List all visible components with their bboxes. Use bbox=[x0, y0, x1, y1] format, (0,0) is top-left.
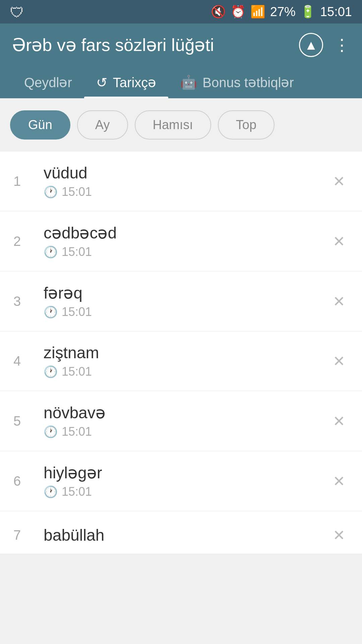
item-word: vüdud bbox=[44, 164, 329, 182]
item-timestamp: 15:01 bbox=[62, 245, 92, 259]
clock-icon: 🕐 bbox=[44, 485, 58, 498]
filter-top-button[interactable]: Top bbox=[218, 110, 275, 140]
clock-icon: 🕐 bbox=[44, 425, 58, 438]
history-list: 1 vüdud 🕐 15:01 ✕ 2 cədbəcəd 🕐 15:01 ✕ 3… bbox=[0, 152, 362, 554]
mute-icon: 🔇 bbox=[211, 5, 226, 19]
battery-percent: 27% bbox=[270, 5, 296, 19]
item-content[interactable]: vüdud 🕐 15:01 bbox=[44, 164, 329, 199]
item-timestamp: 15:01 bbox=[62, 305, 92, 319]
delete-button[interactable]: ✕ bbox=[329, 409, 349, 433]
app-bar-actions: ▲ ⋮ bbox=[299, 33, 350, 57]
tab-notes-label: Qeydlər bbox=[24, 75, 72, 90]
tab-notes[interactable]: Qeydlər bbox=[12, 67, 84, 98]
clock-icon: 🕐 bbox=[44, 365, 58, 378]
item-word: babüllah bbox=[44, 526, 329, 544]
item-number: 6 bbox=[13, 474, 34, 489]
item-content[interactable]: ziştnam 🕐 15:01 bbox=[44, 343, 329, 379]
list-item: 6 hiyləgər 🕐 15:01 ✕ bbox=[0, 451, 362, 511]
delete-button[interactable]: ✕ bbox=[329, 523, 349, 547]
item-number: 7 bbox=[13, 528, 34, 543]
item-number: 4 bbox=[13, 354, 34, 369]
item-word: növbavə bbox=[44, 403, 329, 422]
item-content[interactable]: növbavə 🕐 15:01 bbox=[44, 403, 329, 439]
clock-icon: 🕐 bbox=[44, 185, 58, 199]
item-content[interactable]: fərəq 🕐 15:01 bbox=[44, 283, 329, 319]
clock-icon: 🕐 bbox=[44, 245, 58, 259]
item-word: fərəq bbox=[44, 283, 329, 302]
item-number: 3 bbox=[13, 294, 34, 309]
item-timestamp: 15:01 bbox=[62, 425, 92, 439]
delete-button[interactable]: ✕ bbox=[329, 169, 349, 193]
filter-gun-label: Gün bbox=[28, 118, 52, 132]
filter-gun-button[interactable]: Gün bbox=[10, 110, 70, 140]
tab-history-label: Tarixçə bbox=[113, 75, 156, 90]
item-content[interactable]: cədbəcəd 🕐 15:01 bbox=[44, 223, 329, 259]
alarm-icon: ⏰ bbox=[231, 5, 246, 19]
item-content[interactable]: babüllah bbox=[44, 526, 329, 544]
filter-hamisi-button[interactable]: Hamısı bbox=[135, 110, 211, 140]
filter-ay-button[interactable]: Ay bbox=[77, 110, 128, 140]
more-icon: ⋮ bbox=[334, 36, 350, 54]
item-word: cədbəcəd bbox=[44, 223, 329, 242]
history-icon: ↺ bbox=[96, 75, 108, 90]
tab-bar: Qeydlər ↺ Tarixçə 🤖 Bonus tətbiqlər bbox=[12, 66, 350, 98]
item-content[interactable]: hiyləgər 🕐 15:01 bbox=[44, 463, 329, 499]
app-bar: Ərəb və fars sözləri lüğəti ▲ ⋮ Qeydlər … bbox=[0, 23, 362, 98]
scroll-top-icon: ▲ bbox=[304, 38, 318, 53]
list-item: 2 cədbəcəd 🕐 15:01 ✕ bbox=[0, 211, 362, 271]
tab-history[interactable]: ↺ Tarixçə bbox=[84, 67, 168, 98]
status-bar: 🛡 🔇 ⏰ 📶 27% 🔋 15:01 bbox=[0, 0, 362, 23]
clock-icon: 🕐 bbox=[44, 305, 58, 319]
time-display: 15:01 bbox=[320, 5, 352, 19]
item-number: 5 bbox=[13, 414, 34, 429]
tab-bonus[interactable]: 🤖 Bonus tətbiqlər bbox=[168, 66, 306, 98]
android-icon: 🤖 bbox=[180, 74, 197, 90]
item-timestamp: 15:01 bbox=[62, 485, 92, 499]
item-number: 2 bbox=[13, 234, 34, 249]
filter-top-label: Top bbox=[236, 118, 256, 132]
delete-button[interactable]: ✕ bbox=[329, 289, 349, 313]
item-timestamp: 15:01 bbox=[62, 365, 92, 379]
app-title: Ərəb və fars sözləri lüğəti bbox=[12, 35, 299, 55]
item-timestamp: 15:01 bbox=[62, 185, 92, 199]
list-item: 1 vüdud 🕐 15:01 ✕ bbox=[0, 152, 362, 211]
scroll-top-button[interactable]: ▲ bbox=[299, 33, 323, 57]
item-number: 1 bbox=[13, 174, 34, 189]
more-menu-button[interactable]: ⋮ bbox=[334, 36, 350, 54]
delete-button[interactable]: ✕ bbox=[329, 229, 349, 253]
delete-button[interactable]: ✕ bbox=[329, 349, 349, 373]
list-item: 7 babüllah ✕ bbox=[0, 511, 362, 554]
delete-button[interactable]: ✕ bbox=[329, 469, 349, 493]
tab-bonus-label: Bonus tətbiqlər bbox=[202, 75, 294, 90]
battery-icon: 🔋 bbox=[300, 5, 315, 19]
filter-hamisi-label: Hamısı bbox=[153, 118, 193, 132]
item-word: ziştnam bbox=[44, 343, 329, 362]
filter-row: Gün Ay Hamısı Top bbox=[0, 98, 362, 152]
list-item: 5 növbavə 🕐 15:01 ✕ bbox=[0, 391, 362, 451]
item-word: hiyləgər bbox=[44, 463, 329, 482]
list-item: 4 ziştnam 🕐 15:01 ✕ bbox=[0, 331, 362, 391]
signal-icon: 📶 bbox=[250, 5, 265, 19]
filter-ay-label: Ay bbox=[95, 118, 110, 132]
shield-icon: 🛡 bbox=[10, 5, 24, 20]
list-item: 3 fərəq 🕐 15:01 ✕ bbox=[0, 271, 362, 331]
